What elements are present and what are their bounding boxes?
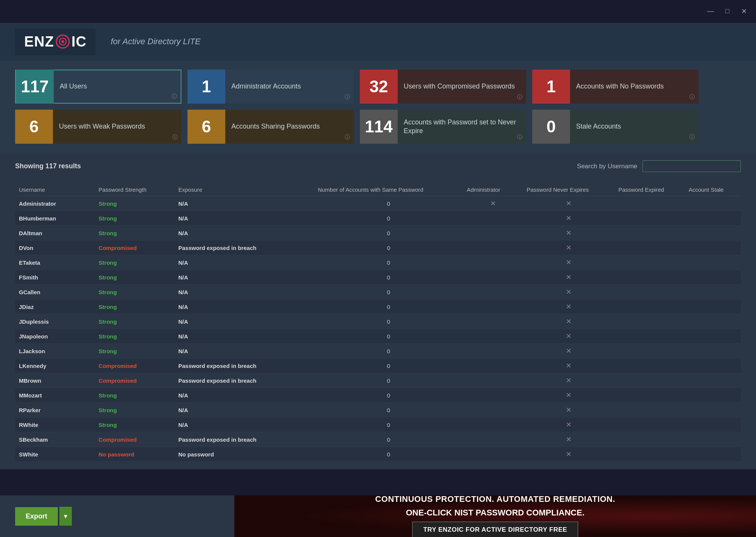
table-row: MBrown Compromised Password exposed in b… [15, 373, 741, 388]
cell-expired [615, 226, 685, 241]
cell-strength: Strong [95, 300, 175, 314]
cell-strength: Strong [95, 329, 175, 344]
cell-same-pw: 0 [314, 255, 463, 270]
ad-text-sub: ONE-CLICK NIST PASSWORD COMPLIANCE. [406, 508, 585, 518]
stat-card-compromised[interactable]: 32 Users with Compromised Passwords ⓘ [360, 70, 526, 104]
cell-stale [685, 226, 741, 241]
cell-never-exp: ✕ [523, 241, 615, 255]
cell-admin [463, 300, 523, 314]
maximize-button[interactable]: □ [723, 7, 732, 16]
cell-username: MBrown [15, 373, 95, 388]
cell-exposure: N/A [175, 388, 314, 403]
search-input[interactable] [643, 160, 741, 172]
results-count: Showing 117 results [15, 162, 81, 170]
cell-same-pw: 0 [314, 226, 463, 241]
ad-banner: CONTINUOUS PROTECTION. AUTOMATED REMEDIA… [234, 495, 756, 537]
cell-exposure: N/A [175, 403, 314, 417]
stat-card-all-users[interactable]: 117 All Users ⓘ [15, 70, 181, 104]
export-dropdown-button[interactable]: ▾ [59, 507, 72, 526]
cell-expired [615, 388, 685, 403]
cell-stale [685, 447, 741, 462]
cell-stale [685, 300, 741, 314]
cell-username: DAltman [15, 226, 95, 241]
cell-exposure: N/A [175, 314, 314, 329]
cell-expired [615, 255, 685, 270]
stat-label-admin: Administrator Accounts [225, 82, 354, 91]
cell-strength: Strong [95, 388, 175, 403]
cell-never-exp: ✕ [523, 373, 615, 388]
cell-never-exp: ✕ [523, 196, 615, 211]
cell-strength: Compromised [95, 432, 175, 447]
col-header-exposure: Exposure [175, 183, 314, 196]
stat-card-no-passwords[interactable]: 1 Accounts with No Passwords ⓘ [532, 70, 699, 104]
cell-admin [463, 344, 523, 359]
cell-same-pw: 0 [314, 285, 463, 300]
cell-never-exp: ✕ [523, 403, 615, 417]
export-button[interactable]: Export [15, 507, 58, 526]
cell-stale [685, 196, 741, 211]
cell-never-exp: ✕ [523, 329, 615, 344]
stat-card-admin[interactable]: 1 Administrator Accounts ⓘ [187, 70, 354, 104]
cell-same-pw: 0 [314, 270, 463, 285]
cell-username: JDiaz [15, 300, 95, 314]
stat-card-sharing-passwords[interactable]: 6 Accounts Sharing Passwords ⓘ [187, 110, 354, 144]
cell-strength: Strong [95, 211, 175, 226]
table-row: BHumberman Strong N/A 0 ✕ [15, 211, 741, 226]
cell-strength: Strong [95, 226, 175, 241]
table-row: LKennedy Compromised Password exposed in… [15, 359, 741, 373]
cell-expired [615, 417, 685, 432]
cell-strength: Strong [95, 285, 175, 300]
logo-o-icon [56, 34, 70, 49]
cell-stale [685, 329, 741, 344]
cell-exposure: N/A [175, 226, 314, 241]
col-header-same-pw: Number of Accounts with Same Password [314, 183, 463, 196]
cell-stale [685, 432, 741, 447]
ad-text-main: CONTINUOUS PROTECTION. AUTOMATED REMEDIA… [375, 495, 615, 504]
table-row: ETaketa Strong N/A 0 ✕ [15, 255, 741, 270]
stat-info-no-passwords: ⓘ [689, 94, 695, 101]
cell-same-pw: 0 [314, 447, 463, 462]
cell-strength: Strong [95, 270, 175, 285]
cell-admin [463, 373, 523, 388]
enzoic-logo: ENZ IC [24, 34, 87, 50]
cell-username: LKennedy [15, 359, 95, 373]
cell-username: RWhite [15, 417, 95, 432]
cell-stale [685, 285, 741, 300]
cell-same-pw: 0 [314, 329, 463, 344]
cell-exposure: Password exposed in breach [175, 373, 314, 388]
col-header-stale: Account Stale [685, 183, 741, 196]
cell-admin [463, 270, 523, 285]
cell-same-pw: 0 [314, 359, 463, 373]
cell-never-exp: ✕ [523, 300, 615, 314]
results-header: Showing 117 results Search by Username [15, 160, 741, 176]
cell-same-pw: 0 [314, 388, 463, 403]
table-body: Administrator Strong N/A 0 ✕ ✕ BHumberma… [15, 196, 741, 462]
stat-card-stale-accounts[interactable]: 0 Stale Accounts ⓘ [532, 110, 699, 144]
cell-exposure: N/A [175, 344, 314, 359]
close-button[interactable]: ✕ [739, 7, 748, 16]
cell-never-exp: ✕ [523, 447, 615, 462]
cell-admin: ✕ [463, 196, 523, 211]
stat-info-never-expire: ⓘ [517, 134, 522, 141]
cell-strength: Strong [95, 403, 175, 417]
cell-never-exp: ✕ [523, 432, 615, 447]
stat-card-never-expire[interactable]: 114 Accounts with Password set to Never … [360, 110, 526, 144]
stat-card-weak-passwords[interactable]: 6 Users with Weak Passwords ⓘ [15, 110, 181, 144]
ad-cta-button[interactable]: TRY ENZOIC FOR ACTIVE DIRECTORY FREE [412, 521, 579, 537]
minimize-button[interactable]: — [706, 7, 715, 16]
cell-never-exp: ✕ [523, 314, 615, 329]
cell-exposure: Password exposed in breach [175, 359, 314, 373]
cell-admin [463, 314, 523, 329]
table-row: GCallen Strong N/A 0 ✕ [15, 285, 741, 300]
cell-same-pw: 0 [314, 403, 463, 417]
stat-number-no-passwords: 1 [532, 70, 570, 104]
stat-number-admin: 1 [187, 70, 225, 104]
cell-strength: Strong [95, 255, 175, 270]
cell-never-exp: ✕ [523, 270, 615, 285]
cell-admin [463, 255, 523, 270]
cell-stale [685, 373, 741, 388]
data-table: Username Password Strength Exposure Numb… [15, 183, 741, 462]
cell-stale [685, 255, 741, 270]
cell-username: LJackson [15, 344, 95, 359]
cell-admin [463, 211, 523, 226]
